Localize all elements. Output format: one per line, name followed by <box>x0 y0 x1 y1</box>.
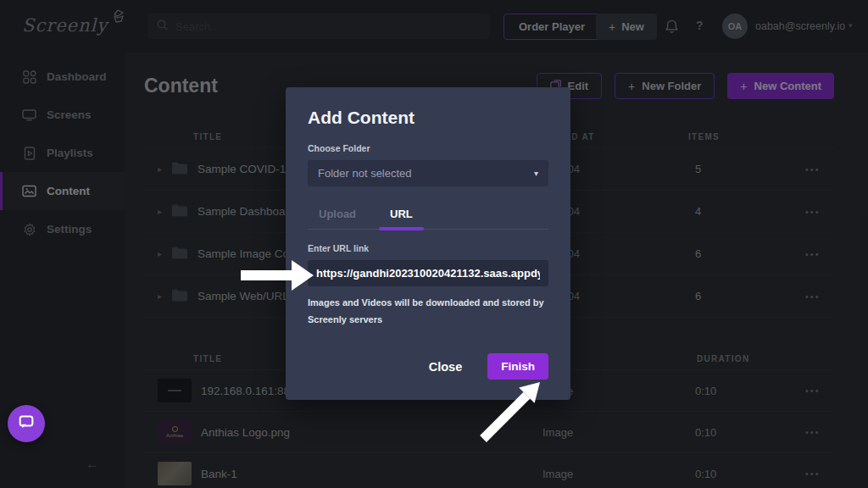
close-button[interactable]: Close <box>429 360 463 374</box>
folder-select[interactable]: Folder not selected ▾ <box>308 160 548 186</box>
chat-bubble-icon <box>17 413 36 435</box>
url-link-label: Enter URL link <box>308 243 548 253</box>
tab-url[interactable]: URL <box>379 202 424 229</box>
folder-select-value: Folder not selected <box>318 167 412 180</box>
choose-folder-label: Choose Folder <box>308 143 548 153</box>
app-window: Screenly Order Player + New ? OA oabah@s… <box>0 0 868 488</box>
finish-button[interactable]: Finish <box>487 353 548 380</box>
chat-widget-button[interactable] <box>8 405 45 442</box>
url-input[interactable] <box>308 260 548 286</box>
modal-tabs: Upload URL <box>308 202 548 230</box>
url-helper-text: Images and Videos will be downloaded and… <box>308 295 548 329</box>
add-content-modal: Add Content Choose Folder Folder not sel… <box>286 87 570 400</box>
tab-upload[interactable]: Upload <box>308 202 367 229</box>
modal-title: Add Content <box>308 108 548 128</box>
chevron-down-icon: ▾ <box>534 169 538 178</box>
